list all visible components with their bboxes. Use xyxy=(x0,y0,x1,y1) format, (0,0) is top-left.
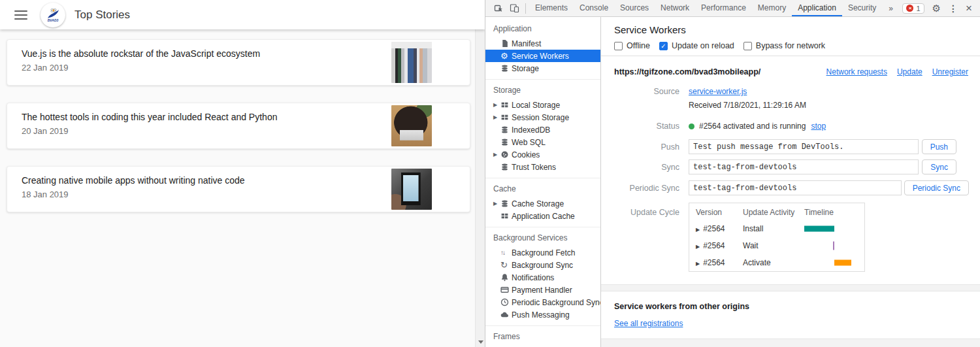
cycle-version[interactable]: ▶#2564 xyxy=(689,237,737,254)
tab-elements[interactable]: Elements xyxy=(529,0,574,16)
checkbox-box[interactable] xyxy=(614,42,623,50)
tab-console[interactable]: Console xyxy=(574,0,614,16)
tab-network[interactable]: Network xyxy=(655,0,695,16)
sidebar-item-indexeddb[interactable]: IndexedDB xyxy=(485,124,600,136)
expand-arrow-icon[interactable]: ▶ xyxy=(696,261,700,267)
sidebar-item-manifest[interactable]: Manifest xyxy=(485,37,600,50)
expand-arrow-icon: ▶ xyxy=(493,102,500,108)
see-all-registrations-link[interactable]: See all registrations xyxy=(614,319,683,328)
sidebar-section-background-services: Background Services↑↓Background Fetch↻Ba… xyxy=(485,227,600,326)
sync-input[interactable] xyxy=(689,159,919,174)
checkbox-box[interactable]: ✓ xyxy=(659,42,668,50)
error-count: 1 xyxy=(916,5,920,12)
sidebar-item-label: Manifest xyxy=(512,39,541,48)
cycle-activity: Install xyxy=(736,220,798,237)
close-devtools-icon[interactable]: × xyxy=(966,3,972,14)
source-link[interactable]: service-worker.js xyxy=(689,87,747,96)
checkbox-label: Bypass for network xyxy=(756,41,825,50)
expand-arrow-icon[interactable]: ▶ xyxy=(696,227,700,233)
periodic-sync-row: Periodic Sync Periodic Sync xyxy=(601,180,980,195)
sync-button[interactable]: Sync xyxy=(922,159,956,174)
tab-security[interactable]: Security xyxy=(842,0,882,16)
sidebar-item-session-storage[interactable]: ▶Session Storage xyxy=(485,111,600,124)
origin-links: Network requestsUpdateUnregister xyxy=(826,67,968,76)
cycle-activity: Activate xyxy=(736,254,798,272)
sidebar-item-storage[interactable]: Storage xyxy=(485,62,600,74)
sidebar-item-cache-storage[interactable]: ▶Cache Storage xyxy=(485,197,600,210)
tab-performance[interactable]: Performance xyxy=(695,0,752,16)
story-card[interactable]: The hottest tools in coding this year in… xyxy=(7,103,470,149)
sidebar-item-service-workers[interactable]: ⚙Service Workers xyxy=(485,50,600,62)
page-scrollbar[interactable] xyxy=(475,0,485,347)
panel-bottom-filler xyxy=(601,339,980,347)
inspect-element-icon[interactable] xyxy=(491,0,506,16)
page-title: Top Stories xyxy=(74,8,130,22)
story-card[interactable]: Creating native mobile apps without writ… xyxy=(7,166,470,212)
sidebar-item-background-fetch[interactable]: ↑↓Background Fetch xyxy=(485,246,600,259)
stop-link[interactable]: stop xyxy=(811,122,826,131)
update-cycle-table: VersionUpdate ActivityTimeline▶#2564Inst… xyxy=(689,203,865,272)
update-cycle-row: ▶#2564Wait xyxy=(689,237,865,254)
checkbox-box[interactable] xyxy=(743,42,752,50)
unregister-link[interactable]: Unregister xyxy=(932,67,968,76)
error-badge[interactable]: × 1 xyxy=(902,3,924,14)
expand-arrow-icon: ▶ xyxy=(493,201,500,207)
sidebar-item-label: Cache Storage xyxy=(512,199,564,208)
more-tabs-chevron-icon[interactable]: » xyxy=(882,4,900,13)
sidebar-item-periodic-background-sync[interactable]: Periodic Background Sync xyxy=(485,296,600,308)
sidebar-item-label: Application Cache xyxy=(512,212,575,221)
checkbox-offline[interactable]: Offline xyxy=(614,41,650,50)
tab-sources[interactable]: Sources xyxy=(614,0,655,16)
timeline-bar-activate xyxy=(834,260,851,266)
woman-with-laptop-photo xyxy=(391,105,432,146)
tab-memory[interactable]: Memory xyxy=(752,0,792,16)
sidebar-item-application-cache[interactable]: Application Cache xyxy=(485,210,600,222)
update-cycle-row: ▶#2564Install xyxy=(689,220,865,237)
sidebar-section-title: Frames xyxy=(485,326,600,345)
sidebar-item-cookies[interactable]: ▶Cookies xyxy=(485,148,600,161)
periodic-sync-input[interactable] xyxy=(689,180,902,195)
sidebar-item-label: Cookies xyxy=(512,150,540,159)
network-requests-link[interactable]: Network requests xyxy=(826,67,887,76)
push-row: Push Push xyxy=(601,139,980,154)
checkbox-bypass-for-network[interactable]: Bypass for network xyxy=(743,41,825,50)
expand-arrow-icon: ▶ xyxy=(493,152,500,157)
expand-arrow-icon[interactable]: ▶ xyxy=(696,244,700,250)
sidebar-section-application: ApplicationManifest⚙Service WorkersStora… xyxy=(485,18,600,80)
devtools-body: ApplicationManifest⚙Service WorkersStora… xyxy=(485,17,980,347)
sidebar-item-local-storage[interactable]: ▶Local Storage xyxy=(485,99,600,111)
checkbox-label: Update on reload xyxy=(672,41,734,50)
story-card[interactable]: Vue.js is the absolute rockstar of the J… xyxy=(7,39,470,86)
database-icon xyxy=(500,138,512,146)
sidebar-section-storage: Storage▶Local Storage▶Session StorageInd… xyxy=(485,80,600,178)
sidebar-item-label: Local Storage xyxy=(512,101,560,110)
cycle-version[interactable]: ▶#2564 xyxy=(689,220,737,237)
tab-application[interactable]: Application xyxy=(792,0,842,16)
sidebar-item-payment-handler[interactable]: Payment Handler xyxy=(485,284,600,296)
table-icon xyxy=(500,101,512,109)
sidebar-item-label: Trust Tokens xyxy=(512,163,556,172)
menu-icon[interactable] xyxy=(14,8,27,22)
sidebar-item-label: Periodic Background Sync xyxy=(512,298,601,307)
sidebar-item-notifications[interactable]: Notifications xyxy=(485,271,600,284)
sync-row: Sync Sync xyxy=(601,159,980,174)
sidebar-item-web-sql[interactable]: Web SQL xyxy=(485,136,600,148)
sidebar-item-trust-tokens[interactable]: Trust Tokens xyxy=(485,161,600,173)
sidebar-item-label: Push Messaging xyxy=(512,310,570,320)
checkbox-update-on-reload[interactable]: ✓Update on reload xyxy=(659,41,734,50)
sidebar-item-push-messaging[interactable]: Push Messaging xyxy=(485,308,600,321)
sidebar-item-label: Notifications xyxy=(512,273,554,282)
device-toolbar-icon[interactable] xyxy=(506,0,522,16)
periodic-sync-button[interactable]: Periodic Sync xyxy=(904,180,969,195)
kebab-menu-icon[interactable]: ⋮ xyxy=(949,4,958,13)
cycle-version[interactable]: ▶#2564 xyxy=(689,254,737,272)
other-origins-title: Service workers from other origins xyxy=(614,302,967,311)
push-button[interactable]: Push xyxy=(922,139,956,154)
settings-gear-icon[interactable]: ⚙ xyxy=(932,3,941,13)
scroll-down-arrow[interactable] xyxy=(476,337,485,347)
story-list: Vue.js is the absolute rockstar of the J… xyxy=(0,29,485,212)
push-input[interactable] xyxy=(689,139,919,154)
sidebar-section-title: Background Services xyxy=(485,227,600,246)
sidebar-item-background-sync[interactable]: ↻Background Sync xyxy=(485,259,600,271)
update-link[interactable]: Update xyxy=(897,67,923,76)
